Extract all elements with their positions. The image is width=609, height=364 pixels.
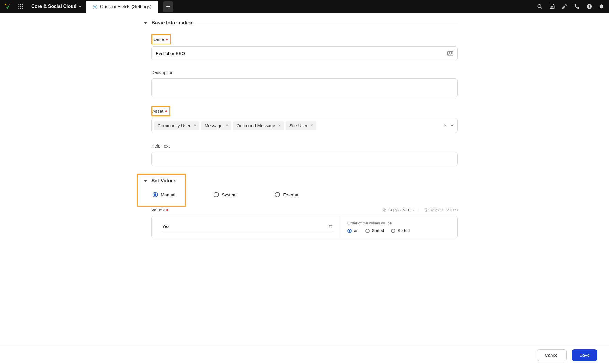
chip-remove-icon[interactable]: ✕ xyxy=(277,123,282,128)
phone-icon[interactable] xyxy=(571,0,583,13)
section-title: Set Values xyxy=(151,178,176,184)
asset-label: Asset xyxy=(150,107,169,115)
chip-remove-icon[interactable]: ✕ xyxy=(193,123,197,128)
chip-remove-icon[interactable]: ✕ xyxy=(310,123,314,128)
description-label: Description xyxy=(149,68,176,77)
values-list[interactable]: Yes xyxy=(152,216,340,238)
name-input-wrapper[interactable] xyxy=(151,46,458,60)
svg-point-10 xyxy=(95,6,96,8)
values-sort-panel: Order of the values will be as Sorted So… xyxy=(340,216,457,238)
page-scroll[interactable]: Basic Information Name xyxy=(0,13,609,346)
svg-point-9 xyxy=(22,8,23,9)
value-text: Yes xyxy=(162,224,169,229)
svg-rect-21 xyxy=(384,209,386,211)
svg-point-6 xyxy=(22,6,23,7)
edit-icon[interactable] xyxy=(558,0,571,13)
svg-point-0 xyxy=(5,4,6,5)
help-icon[interactable]: ? xyxy=(583,0,595,13)
asset-multiselect[interactable]: Community User ✕ Message ✕ Outbound Mess… xyxy=(151,118,458,133)
radio-system[interactable]: System xyxy=(214,192,236,197)
section-header-set-values[interactable]: Set Values xyxy=(144,178,458,184)
bell-icon[interactable] xyxy=(595,0,608,13)
tab-custom-fields[interactable]: Custom Fields (Settings) xyxy=(86,1,158,13)
required-dot-icon xyxy=(166,39,168,40)
required-dot-icon xyxy=(165,110,167,112)
collapse-caret-icon xyxy=(144,180,147,182)
svg-point-3 xyxy=(22,4,23,5)
save-button[interactable]: Save xyxy=(572,349,597,361)
chevron-down-icon xyxy=(78,5,82,8)
svg-point-20 xyxy=(449,52,450,54)
divider: | xyxy=(418,208,419,212)
copy-all-values-button[interactable]: Copy all values xyxy=(383,208,414,212)
values-box: Yes Order of the values will be as xyxy=(151,216,458,238)
tab-label: Custom Fields (Settings) xyxy=(100,4,152,9)
radio-external[interactable]: External xyxy=(275,192,299,197)
asset-chip: Community User ✕ xyxy=(154,121,199,130)
svg-point-4 xyxy=(18,6,19,7)
asset-chip: Site User ✕ xyxy=(286,121,316,130)
chip-remove-icon[interactable]: ✕ xyxy=(225,123,229,128)
footer-bar: Cancel Save xyxy=(0,346,609,364)
value-source-radios: Manual System External xyxy=(153,192,458,197)
svg-text:?: ? xyxy=(588,5,590,8)
add-tab-button[interactable] xyxy=(163,1,173,12)
radio-manual[interactable]: Manual xyxy=(153,192,175,197)
help-text-label: Help Text xyxy=(149,142,172,150)
name-label: Name xyxy=(150,35,170,44)
collapse-caret-icon xyxy=(144,22,147,24)
section-rule xyxy=(180,181,458,181)
app-launcher-icon[interactable] xyxy=(14,0,27,13)
workspace-name: Core & Social Cloud xyxy=(31,4,77,9)
value-row[interactable]: Yes xyxy=(162,221,334,232)
workspace-selector[interactable]: Core & Social Cloud xyxy=(27,0,86,13)
delete-all-values-button[interactable]: Delete all values xyxy=(424,208,458,212)
clear-all-icon[interactable]: ✕ xyxy=(444,123,447,128)
sort-option-as[interactable]: as xyxy=(347,228,358,233)
asset-chip: Outbound Message ✕ xyxy=(233,121,284,130)
gear-icon xyxy=(92,4,98,9)
svg-point-11 xyxy=(538,4,541,8)
calendar-icon[interactable]: 15 xyxy=(546,0,558,13)
sort-option-sorted-desc[interactable]: Sorted xyxy=(391,228,410,233)
chevron-down-icon[interactable] xyxy=(450,124,454,127)
sort-option-sorted-asc[interactable]: Sorted xyxy=(365,228,384,233)
svg-point-5 xyxy=(20,6,21,7)
id-card-icon xyxy=(444,51,453,56)
asset-chip: Message ✕ xyxy=(201,121,231,130)
svg-point-8 xyxy=(20,8,21,9)
svg-point-7 xyxy=(18,8,19,9)
description-textarea[interactable] xyxy=(151,78,458,97)
delete-value-icon[interactable] xyxy=(328,224,333,229)
values-label: Values xyxy=(151,207,168,212)
tab-strip: Custom Fields (Settings) xyxy=(86,0,173,13)
app-logo-icon xyxy=(1,0,14,13)
help-text-input[interactable] xyxy=(151,152,458,166)
help-text-field[interactable] xyxy=(156,157,453,162)
svg-rect-14 xyxy=(551,4,551,5)
svg-point-2 xyxy=(20,4,21,5)
svg-rect-15 xyxy=(553,4,554,5)
section-rule xyxy=(197,23,458,23)
section-header-basic-info[interactable]: Basic Information xyxy=(144,20,458,26)
order-hint: Order of the values will be xyxy=(347,221,454,225)
top-nav: Core & Social Cloud Custom Fields (Setti… xyxy=(0,0,609,13)
required-dot-icon xyxy=(166,209,168,211)
calendar-day: 15 xyxy=(551,6,554,9)
search-icon[interactable] xyxy=(534,0,546,13)
values-header-row: Values Copy all values | Delete all valu… xyxy=(151,207,458,212)
svg-point-1 xyxy=(18,4,19,5)
name-input[interactable] xyxy=(156,51,444,56)
svg-rect-22 xyxy=(383,209,385,211)
section-title: Basic Information xyxy=(151,20,194,26)
cancel-button[interactable]: Cancel xyxy=(537,349,567,361)
